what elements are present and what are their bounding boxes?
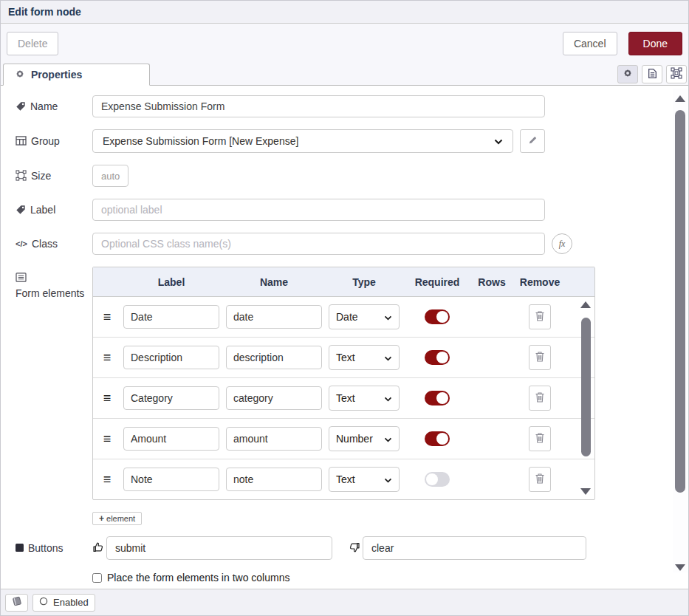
element-label-input[interactable] bbox=[123, 346, 219, 369]
chevron-down-icon bbox=[384, 392, 392, 404]
properties-panel: Name Group Expense Submission Form [New … bbox=[1, 86, 688, 589]
required-toggle[interactable] bbox=[425, 472, 450, 487]
form-elements-table: Label Name Type Required Rows Remove ≡ D… bbox=[92, 267, 595, 500]
size-button[interactable]: auto bbox=[92, 165, 128, 187]
drag-handle-icon[interactable]: ≡ bbox=[97, 431, 117, 447]
table-scrollbar[interactable] bbox=[580, 301, 592, 495]
tab-bar: Properties bbox=[1, 63, 688, 86]
element-name-input[interactable] bbox=[226, 468, 322, 491]
add-element-button[interactable]: +element bbox=[92, 512, 142, 525]
label-row: Label bbox=[16, 199, 688, 221]
element-type-select[interactable]: Date bbox=[329, 304, 400, 329]
element-name-input[interactable] bbox=[226, 427, 322, 451]
element-type-value: Text bbox=[336, 352, 355, 363]
docs-button[interactable] bbox=[5, 594, 28, 612]
size-frame-icon bbox=[16, 170, 27, 181]
main-scrollbar[interactable] bbox=[673, 89, 688, 572]
required-toggle[interactable] bbox=[425, 391, 450, 405]
form-element-row: ≡ Text bbox=[93, 459, 594, 499]
col-type: Type bbox=[329, 276, 400, 288]
enabled-toggle-button[interactable]: Enabled bbox=[32, 594, 95, 612]
edit-group-button[interactable] bbox=[520, 129, 545, 153]
main-scrollbar-thumb[interactable] bbox=[675, 110, 685, 493]
form-elements-rows: ≡ Date ≡ Text bbox=[93, 297, 594, 499]
scroll-up-arrow[interactable] bbox=[580, 301, 591, 308]
gear-icon bbox=[15, 69, 25, 81]
element-name-input[interactable] bbox=[226, 386, 322, 410]
element-label-input[interactable] bbox=[123, 468, 219, 491]
element-type-select[interactable]: Text bbox=[329, 467, 400, 492]
label-label: Label bbox=[16, 203, 92, 217]
clear-label-input[interactable] bbox=[363, 536, 586, 560]
size-row: Size auto bbox=[16, 165, 688, 187]
two-columns-checkbox[interactable] bbox=[92, 573, 102, 583]
buttons-label: Buttons bbox=[16, 541, 92, 555]
element-type-select[interactable]: Text bbox=[329, 386, 400, 411]
drag-handle-icon[interactable]: ≡ bbox=[97, 391, 117, 406]
tab-properties[interactable]: Properties bbox=[3, 64, 150, 86]
label-input[interactable] bbox=[92, 199, 545, 221]
scroll-down-arrow[interactable] bbox=[580, 488, 591, 495]
tag-icon bbox=[16, 101, 26, 112]
group-select[interactable]: Expense Submission Form [New Expense] bbox=[92, 129, 513, 153]
element-type-value: Number bbox=[336, 433, 373, 445]
class-row: </> Class fx bbox=[16, 233, 688, 255]
tag-icon bbox=[16, 205, 26, 215]
element-label-input[interactable] bbox=[123, 427, 219, 451]
class-input[interactable] bbox=[92, 233, 545, 255]
element-type-select[interactable]: Text bbox=[329, 345, 400, 370]
cancel-button[interactable]: Cancel bbox=[563, 32, 617, 55]
trash-icon bbox=[535, 351, 545, 365]
group-select-value: Expense Submission Form [New Expense] bbox=[103, 135, 298, 147]
required-toggle[interactable] bbox=[425, 431, 450, 446]
edit-form-node-dialog: Edit form node Delete Cancel Done Proper… bbox=[0, 0, 689, 616]
class-label: </> Class bbox=[16, 237, 92, 251]
description-tab-button[interactable] bbox=[642, 65, 662, 83]
col-rows: Rows bbox=[475, 276, 509, 288]
delete-element-button[interactable] bbox=[529, 467, 551, 492]
fx-icon: fx bbox=[559, 239, 566, 250]
trash-icon bbox=[535, 310, 545, 324]
delete-element-button[interactable] bbox=[529, 304, 551, 329]
group-row: Group Expense Submission Form [New Expen… bbox=[16, 129, 688, 153]
done-button[interactable]: Done bbox=[628, 32, 682, 55]
delete-element-button[interactable] bbox=[529, 426, 551, 451]
table-scrollbar-thumb[interactable] bbox=[581, 318, 591, 456]
delete-element-button[interactable] bbox=[529, 386, 551, 411]
clear-button-field bbox=[349, 536, 586, 560]
appearance-tab-button[interactable] bbox=[666, 65, 687, 83]
element-name-input[interactable] bbox=[226, 305, 322, 329]
properties-tab-button[interactable] bbox=[617, 65, 638, 83]
name-input[interactable] bbox=[92, 95, 545, 117]
scroll-up-arrow[interactable] bbox=[675, 95, 685, 102]
dynamic-class-button[interactable]: fx bbox=[552, 233, 572, 254]
required-toggle[interactable] bbox=[425, 309, 450, 324]
element-label-input[interactable] bbox=[123, 305, 219, 329]
selection-frame-icon bbox=[671, 67, 682, 81]
drag-handle-icon[interactable]: ≡ bbox=[97, 309, 117, 325]
delete-element-button[interactable] bbox=[529, 345, 551, 370]
dialog-title: Edit form node bbox=[8, 6, 81, 18]
element-label-input[interactable] bbox=[123, 386, 219, 410]
drag-handle-icon[interactable]: ≡ bbox=[97, 472, 117, 487]
drag-handle-icon[interactable]: ≡ bbox=[97, 350, 117, 366]
element-name-input[interactable] bbox=[226, 346, 322, 369]
group-label: Group bbox=[16, 134, 92, 148]
element-type-value: Date bbox=[336, 311, 358, 323]
tab-properties-label: Properties bbox=[31, 69, 82, 81]
form-elements-row: Form elements Label Name Type Required R… bbox=[16, 267, 688, 500]
thumbs-down-icon bbox=[349, 541, 360, 555]
element-type-value: Text bbox=[336, 473, 355, 485]
pencil-icon bbox=[528, 135, 538, 147]
form-element-row: ≡ Text bbox=[93, 338, 594, 378]
chevron-down-icon bbox=[384, 352, 392, 363]
delete-button[interactable]: Delete bbox=[7, 32, 58, 55]
form-elements-header: Label Name Type Required Rows Remove bbox=[93, 267, 594, 297]
buttons-row: Buttons bbox=[16, 536, 688, 560]
submit-label-input[interactable] bbox=[106, 536, 332, 560]
chevron-down-icon bbox=[384, 473, 392, 485]
element-type-select[interactable]: Number bbox=[329, 426, 400, 451]
required-toggle[interactable] bbox=[425, 350, 450, 365]
scroll-down-arrow[interactable] bbox=[675, 564, 685, 571]
form-elements-body: ≡ Date ≡ Text bbox=[93, 297, 594, 499]
